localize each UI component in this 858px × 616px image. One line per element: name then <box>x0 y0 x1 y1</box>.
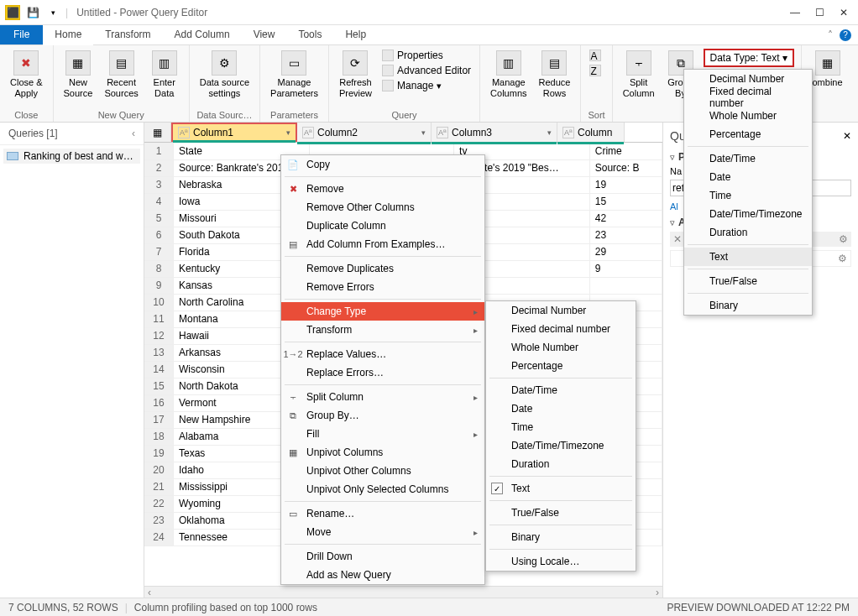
tab-view[interactable]: View <box>242 25 287 44</box>
menu-drill-down[interactable]: Drill Down <box>281 547 484 566</box>
dd-date[interactable]: Date <box>684 168 812 186</box>
type-percentage[interactable]: Percentage <box>486 357 636 375</box>
gear-icon[interactable]: ⚙ <box>838 253 847 264</box>
column3-filter-icon[interactable]: ▾ <box>547 128 552 137</box>
data-source-settings-button[interactable]: ⚙Data source settings <box>196 49 253 101</box>
type-whole[interactable]: Whole Number <box>486 338 636 357</box>
menu-unpivot-other[interactable]: Unpivot Other Columns <box>281 462 484 480</box>
delete-step-icon[interactable]: ✕ <box>673 233 682 245</box>
menu-fill[interactable]: Fill▸ <box>281 425 484 443</box>
menu-rename[interactable]: ▭Rename… <box>281 504 484 523</box>
help-icon[interactable]: ? <box>840 29 851 41</box>
dd-truefalse[interactable]: True/False <box>684 272 812 290</box>
collapse-ribbon-icon[interactable]: ˄ <box>828 29 833 41</box>
column2-filter-icon[interactable]: ▾ <box>421 128 426 137</box>
menu-split-column[interactable]: ⫟Split Column▸ <box>281 388 484 406</box>
menu-add-from-examples[interactable]: ▤Add Column From Examples… <box>281 235 484 253</box>
menu-unpivot[interactable]: ▦Unpivot Columns <box>281 443 484 462</box>
menu-group-by[interactable]: ⧉Group By… <box>281 406 484 425</box>
tab-file[interactable]: File <box>0 25 43 44</box>
tab-transform[interactable]: Transform <box>93 25 162 44</box>
dd-time[interactable]: Time <box>684 186 812 205</box>
horizontal-scrollbar[interactable]: ‹› <box>144 586 662 598</box>
type-fixed[interactable]: Fixed decimal number <box>486 320 636 338</box>
type-date[interactable]: Date <box>486 399 636 418</box>
dd-whole[interactable]: Whole Number <box>684 107 812 125</box>
menu-unpivot-selected[interactable]: Unpivot Only Selected Columns <box>281 480 484 499</box>
manage-parameters-button[interactable]: ▭Manage Parameters <box>267 49 322 101</box>
close-button[interactable]: ✕ <box>840 7 848 18</box>
cell[interactable]: 42 <box>589 210 662 227</box>
tab-help[interactable]: Help <box>333 25 378 44</box>
column-header-3[interactable]: Aᴮ Column3 ▾ <box>432 123 557 142</box>
tab-tools[interactable]: Tools <box>286 25 333 44</box>
queries-collapse-icon[interactable]: ‹ <box>132 128 135 139</box>
menu-remove-other[interactable]: Remove Other Columns <box>281 198 484 217</box>
tab-add-column[interactable]: Add Column <box>163 25 242 44</box>
menu-remove[interactable]: ✖Remove <box>281 180 484 198</box>
refresh-preview-button[interactable]: ⟳Refresh Preview <box>336 49 375 101</box>
dd-percentage[interactable]: Percentage <box>684 125 812 144</box>
menu-duplicate[interactable]: Duplicate Column <box>281 217 484 235</box>
select-all-corner[interactable]: ▦ <box>144 123 171 142</box>
tab-home[interactable]: Home <box>43 25 93 45</box>
new-source-button[interactable]: ▦New Source <box>60 49 97 101</box>
save-icon[interactable]: 💾 <box>25 5 40 20</box>
menu-transform[interactable]: Transform▸ <box>281 321 484 339</box>
column1-filter-icon[interactable]: ▾ <box>286 128 290 137</box>
sort-desc-button[interactable]: Z <box>588 64 603 77</box>
menu-add-as-query[interactable]: Add as New Query <box>281 566 484 584</box>
advanced-editor-button[interactable]: Advanced Editor <box>380 64 473 77</box>
type-dttz[interactable]: Date/Time/Timezone <box>486 436 636 455</box>
column-header-1[interactable]: Aᴮ Column1 ▾ <box>171 123 297 142</box>
column-header-2[interactable]: Aᴮ Column2 ▾ <box>297 123 432 142</box>
cell[interactable]: Crime <box>589 143 662 159</box>
type-truefalse[interactable]: True/False <box>486 504 636 522</box>
cell[interactable] <box>589 277 662 294</box>
menu-copy[interactable]: 📄Copy <box>281 155 484 174</box>
sort-asc-button[interactable]: A <box>588 49 603 62</box>
type-duration[interactable]: Duration <box>486 455 636 473</box>
type-binary[interactable]: Binary <box>486 528 636 546</box>
gear-icon[interactable]: ⚙ <box>839 233 848 245</box>
dd-duration[interactable]: Duration <box>684 223 812 242</box>
close-settings-icon[interactable]: ✕ <box>843 130 851 142</box>
close-apply-button[interactable]: ✖Close & Apply <box>7 49 46 101</box>
type-datetime[interactable]: Date/Time <box>486 381 636 399</box>
qat-dropdown-icon[interactable]: ▾ <box>45 5 60 20</box>
cell[interactable]: 29 <box>589 243 662 260</box>
enter-data-button[interactable]: ▥Enter Data <box>147 49 182 101</box>
manage-button[interactable]: Manage ▾ <box>380 79 473 92</box>
recent-sources-button[interactable]: ▤Recent Sources <box>101 49 141 101</box>
data-type-dropdown[interactable]: Data Type: Text▾ <box>704 49 795 67</box>
cell[interactable]: 9 <box>589 260 662 277</box>
type-text[interactable]: ✓Text <box>486 479 636 498</box>
type-decimal[interactable]: Decimal Number <box>486 301 636 320</box>
cell[interactable]: 19 <box>589 176 662 193</box>
minimize-button[interactable]: — <box>790 7 800 18</box>
properties-button[interactable]: Properties <box>380 49 473 62</box>
dd-fixed[interactable]: Fixed decimal number <box>684 88 812 107</box>
cell[interactable]: 15 <box>589 193 662 210</box>
type-time[interactable]: Time <box>486 418 636 436</box>
column-header-4[interactable]: Aᴮ Column <box>557 123 625 142</box>
reduce-rows-button[interactable]: ▤Reduce Rows <box>536 49 574 101</box>
dd-datetime[interactable]: Date/Time <box>684 149 812 168</box>
menu-replace-errors[interactable]: Replace Errors… <box>281 363 484 382</box>
cell[interactable]: 23 <box>589 227 662 243</box>
manage-columns-button[interactable]: ▥Manage Columns <box>487 49 530 101</box>
query-item[interactable]: Ranking of best and w… <box>3 149 140 164</box>
cell[interactable]: Source: B <box>589 159 662 176</box>
menu-move[interactable]: Move▸ <box>281 523 484 541</box>
type-locale[interactable]: Using Locale… <box>486 552 636 571</box>
menu-replace-values[interactable]: 1→2Replace Values… <box>281 345 484 363</box>
dd-text[interactable]: Text <box>684 248 812 266</box>
split-column-button[interactable]: ⫟Split Column <box>620 49 658 101</box>
menu-change-type[interactable]: Change Type▸ <box>281 302 484 321</box>
menu-remove-errors[interactable]: Remove Errors <box>281 278 484 296</box>
combine-button[interactable]: ▦ombine <box>808 49 845 90</box>
dd-dttz[interactable]: Date/Time/Timezone <box>684 205 812 223</box>
menu-remove-duplicates[interactable]: Remove Duplicates <box>281 259 484 278</box>
dd-binary[interactable]: Binary <box>684 296 812 315</box>
maximize-button[interactable]: ☐ <box>815 7 824 18</box>
